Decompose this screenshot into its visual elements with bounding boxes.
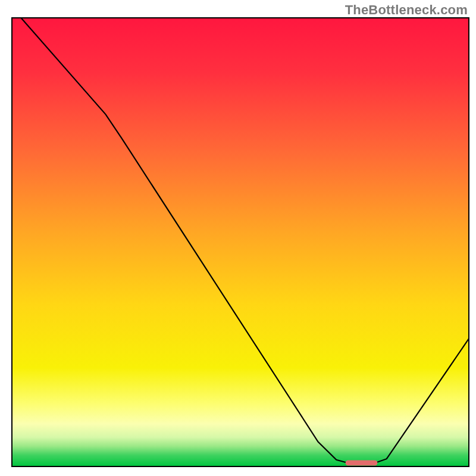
bottleneck-chart: TheBottleneck.com bbox=[0, 0, 476, 476]
attribution-label: TheBottleneck.com bbox=[345, 2, 468, 18]
chart-canvas bbox=[0, 0, 476, 476]
optimal-range-marker bbox=[346, 460, 378, 465]
